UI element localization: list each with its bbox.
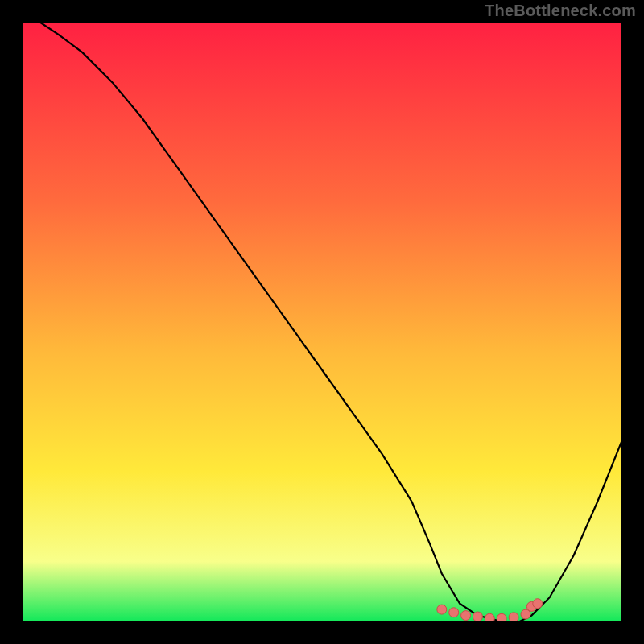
chart-frame: TheBottleneck.com	[0, 0, 644, 644]
plot-area	[23, 23, 621, 621]
marker-dot	[533, 599, 543, 609]
marker-dot	[461, 611, 471, 621]
watermark-text: TheBottleneck.com	[485, 2, 636, 20]
marker-dot	[449, 608, 459, 617]
marker-dot	[509, 613, 518, 622]
marker-dot	[473, 612, 482, 621]
bottleneck-chart	[0, 0, 644, 644]
marker-dot	[437, 605, 447, 614]
